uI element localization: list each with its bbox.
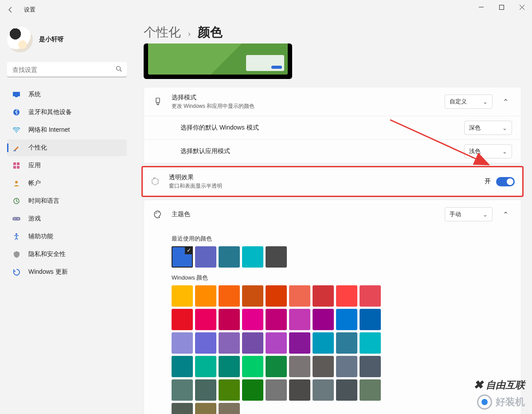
sidebar: 是小轩呀 系统蓝牙和其他设备网络和 Internet个性化应用帐户时间和语言游戏… xyxy=(0,20,133,414)
color-swatch[interactable] xyxy=(195,285,216,307)
color-swatch[interactable] xyxy=(219,309,240,330)
sidebar-item-privacy[interactable]: 隐私和安全性 xyxy=(7,246,127,263)
color-swatch[interactable] xyxy=(360,285,381,307)
sidebar-item-system[interactable]: 系统 xyxy=(7,86,127,103)
color-swatch[interactable] xyxy=(313,332,334,354)
color-swatch[interactable] xyxy=(172,356,193,377)
color-swatch[interactable] xyxy=(313,356,334,377)
color-swatch[interactable] xyxy=(313,379,334,401)
close-button[interactable] xyxy=(512,0,532,14)
color-swatch[interactable] xyxy=(266,285,287,307)
color-swatch[interactable] xyxy=(336,309,357,330)
color-swatch[interactable] xyxy=(219,332,240,354)
color-swatch[interactable] xyxy=(336,356,357,377)
svg-rect-15 xyxy=(12,217,20,221)
collapse-button[interactable]: ⌃ xyxy=(499,98,512,106)
color-swatch[interactable] xyxy=(289,356,310,377)
accent-select[interactable]: 手动 ⌄ xyxy=(445,207,493,221)
transparency-title: 透明效果 xyxy=(169,173,485,181)
svg-point-7 xyxy=(16,132,17,133)
collapse-button[interactable]: ⌃ xyxy=(499,210,512,219)
update-icon xyxy=(12,268,20,276)
color-swatch[interactable] xyxy=(289,379,310,401)
color-swatch[interactable] xyxy=(172,379,193,401)
color-swatch[interactable] xyxy=(195,403,216,414)
chevron-down-icon: ⌄ xyxy=(483,211,488,218)
svg-point-13 xyxy=(15,181,18,184)
sidebar-item-apps[interactable]: 应用 xyxy=(7,157,127,174)
svg-rect-4 xyxy=(13,92,20,96)
maximize-button[interactable] xyxy=(491,0,512,14)
network-icon xyxy=(12,126,20,134)
breadcrumb-parent[interactable]: 个性化 xyxy=(144,24,181,41)
color-swatch[interactable] xyxy=(289,309,310,330)
transparency-icon xyxy=(150,177,160,186)
check-icon: ✓ xyxy=(185,246,193,254)
color-swatch[interactable] xyxy=(219,356,240,377)
color-swatch[interactable] xyxy=(242,309,263,330)
color-swatch[interactable] xyxy=(336,285,357,307)
recent-color-swatch[interactable] xyxy=(195,246,216,268)
sidebar-item-update[interactable]: Windows 更新 xyxy=(7,264,127,280)
color-swatch[interactable] xyxy=(195,379,216,401)
color-swatch[interactable] xyxy=(289,285,310,307)
color-swatch[interactable] xyxy=(360,356,381,377)
color-swatch[interactable] xyxy=(266,379,287,401)
search-input[interactable] xyxy=(7,62,127,77)
app-mode-select[interactable]: 浅色 ⌄ xyxy=(464,144,512,158)
color-swatch[interactable] xyxy=(313,285,334,307)
windows-mode-select[interactable]: 深色 ⌄ xyxy=(464,121,512,135)
apps-icon xyxy=(12,162,20,170)
svg-rect-12 xyxy=(17,166,20,169)
transparency-desc: 窗口和表面显示半透明 xyxy=(169,182,485,190)
svg-point-20 xyxy=(156,213,156,214)
recent-color-swatch[interactable] xyxy=(242,246,263,268)
color-swatch[interactable] xyxy=(172,403,193,414)
color-swatch[interactable] xyxy=(195,356,216,377)
sidebar-item-network[interactable]: 网络和 Internet xyxy=(7,122,127,138)
mode-select[interactable]: 自定义 ⌄ xyxy=(445,95,493,109)
sidebar-item-label: 个性化 xyxy=(28,144,47,152)
sidebar-item-label: 时间和语言 xyxy=(28,197,59,205)
color-swatch[interactable] xyxy=(195,309,216,330)
color-swatch[interactable] xyxy=(172,285,193,307)
color-swatch[interactable] xyxy=(266,356,287,377)
color-swatch[interactable] xyxy=(360,379,381,401)
recent-color-swatch[interactable] xyxy=(266,246,287,268)
color-swatch[interactable] xyxy=(313,309,334,330)
color-swatch[interactable] xyxy=(219,285,240,307)
color-swatch[interactable] xyxy=(219,379,240,401)
color-swatch[interactable] xyxy=(266,332,287,354)
color-swatch[interactable] xyxy=(266,309,287,330)
recent-color-swatches: ✓ xyxy=(172,246,384,268)
svg-point-17 xyxy=(18,218,19,219)
color-swatch[interactable] xyxy=(336,379,357,401)
svg-line-3 xyxy=(120,70,122,72)
svg-point-18 xyxy=(16,233,17,235)
color-swatch[interactable] xyxy=(242,356,263,377)
color-swatch[interactable] xyxy=(172,332,193,354)
color-swatch[interactable] xyxy=(289,332,310,354)
color-swatch[interactable] xyxy=(172,309,193,330)
recent-color-swatch[interactable]: ✓ xyxy=(172,246,193,268)
color-swatch[interactable] xyxy=(242,332,263,354)
color-swatch[interactable] xyxy=(242,285,263,307)
color-swatch[interactable] xyxy=(242,379,263,401)
sidebar-item-label: 帐户 xyxy=(28,179,41,187)
transparency-toggle[interactable] xyxy=(496,177,515,186)
color-swatch[interactable] xyxy=(336,332,357,354)
sidebar-item-bluetooth[interactable]: 蓝牙和其他设备 xyxy=(7,104,127,121)
user-profile[interactable]: 是小轩呀 xyxy=(7,27,127,52)
sidebar-item-accounts[interactable]: 帐户 xyxy=(7,175,127,192)
back-button[interactable] xyxy=(5,4,16,15)
recent-color-swatch[interactable] xyxy=(219,246,240,268)
minimize-button[interactable] xyxy=(471,0,491,14)
color-swatch[interactable] xyxy=(219,403,240,414)
color-swatch[interactable] xyxy=(360,332,381,354)
sidebar-item-personalization[interactable]: 个性化 xyxy=(7,139,127,156)
sidebar-item-gaming[interactable]: 游戏 xyxy=(7,210,127,227)
sidebar-item-time[interactable]: 时间和语言 xyxy=(7,193,127,209)
color-swatch[interactable] xyxy=(195,332,216,354)
color-swatch[interactable] xyxy=(360,309,381,330)
sidebar-item-accessibility[interactable]: 辅助功能 xyxy=(7,228,127,245)
